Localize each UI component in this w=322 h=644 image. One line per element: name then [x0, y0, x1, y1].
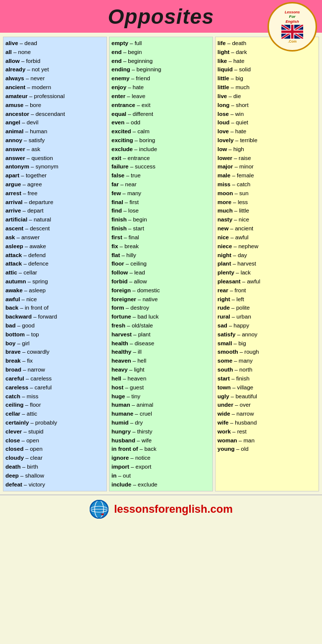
list-item: exciting – boring — [111, 136, 211, 145]
list-item: lose – win — [217, 110, 317, 119]
list-item: back – in front of — [5, 304, 105, 313]
list-item: more – less — [217, 198, 317, 207]
list-item: young – old — [217, 445, 317, 454]
list-item: host – guest — [111, 383, 211, 392]
list-item: few – many — [111, 189, 211, 198]
list-item: close – open — [5, 436, 105, 445]
list-item: catch – miss — [5, 392, 105, 401]
list-item: arrival – departure — [5, 198, 105, 207]
list-item: find – lose — [111, 207, 211, 215]
list-item: closed – open — [5, 445, 105, 454]
list-item: empty – full — [111, 39, 211, 48]
list-item: attic – cellar — [5, 268, 105, 277]
list-item: harvest – plant — [111, 330, 211, 339]
list-item: bottom – top — [5, 330, 105, 339]
list-item: ancestor – descendant — [5, 110, 105, 119]
content-area: alive – deadall – noneallow – forbidalre… — [0, 33, 322, 494]
list-item: like – hate — [217, 57, 317, 66]
list-item: little – much — [217, 83, 317, 92]
list-item: fix – break — [111, 242, 211, 251]
list-item: amateur – professional — [5, 92, 105, 101]
list-item: ask – answer — [5, 233, 105, 242]
list-item: antonym – synonym — [5, 162, 105, 171]
list-item: small – big — [217, 339, 317, 348]
list-item: satisfy – annoy — [217, 330, 317, 339]
list-item: awake – asleep — [5, 286, 105, 295]
list-item: human – animal — [111, 401, 211, 410]
list-item: equal – different — [111, 110, 211, 119]
list-item: bad – good — [5, 322, 105, 330]
list-item: ignore – notice — [111, 454, 211, 463]
list-item: foreigner – native — [111, 295, 211, 304]
list-item: forbid – allow — [111, 277, 211, 286]
list-item: amuse – bore — [5, 101, 105, 110]
list-item: clever – stupid — [5, 428, 105, 436]
list-item: arrive – depart — [5, 207, 105, 215]
column-1: alive – deadall – noneallow – forbidalre… — [3, 37, 107, 491]
list-item: ceiling – floor — [5, 401, 105, 410]
column-2: empty – fullend – beginend – beginningen… — [109, 37, 213, 491]
list-item: arrest – free — [5, 189, 105, 198]
logo: Lessons For English .Com — [268, 2, 317, 52]
list-item: brave – cowardly — [5, 348, 105, 357]
list-item: hell – heaven — [111, 375, 211, 383]
list-item: always – never — [5, 74, 105, 83]
list-item: import – export — [111, 463, 211, 472]
list-item: enjoy – hate — [111, 83, 211, 92]
list-item: failure – success — [111, 162, 211, 171]
list-item: floor – ceiling — [111, 260, 211, 268]
list-item: south – north — [217, 366, 317, 375]
list-item: start – finish — [217, 375, 317, 383]
list-item: rural – urban — [217, 313, 317, 322]
list-item: artificial – natural — [5, 215, 105, 224]
list-item: defeat – victory — [5, 481, 105, 489]
list-item: little – big — [217, 74, 317, 83]
list-item: attack – defence — [5, 260, 105, 268]
list-item: right – left — [217, 295, 317, 304]
list-item: first – final — [111, 233, 211, 242]
list-item: alive – dead — [5, 39, 105, 48]
list-item: far – near — [111, 180, 211, 189]
list-item: fortune – bad luck — [111, 313, 211, 322]
list-item: deep – shallow — [5, 472, 105, 481]
list-item: cloudy – clear — [5, 454, 105, 463]
list-item: low – high — [217, 145, 317, 154]
list-item: cellar – attic — [5, 410, 105, 419]
list-item: huge – tiny — [111, 392, 211, 401]
list-item: angel – devil — [5, 118, 105, 127]
column-3: life – deathlight – darklike – hateliqui… — [215, 37, 319, 491]
list-item: sad – happy — [217, 322, 317, 330]
list-item: wide – narrow — [217, 410, 317, 419]
list-item: heavy – light — [111, 366, 211, 375]
list-item: moon – sun — [217, 189, 317, 198]
list-item: final – first — [111, 198, 211, 207]
list-item: allow – forbid — [5, 57, 105, 66]
list-item: include – exclude — [111, 481, 211, 489]
list-item: nasty – nice — [217, 215, 317, 224]
list-item: enemy – friend — [111, 74, 211, 83]
list-item: in – out — [111, 472, 211, 481]
list-item: night – day — [217, 251, 317, 260]
list-item: wife – husband — [217, 419, 317, 428]
footer-text: lessonsforenglish.com — [114, 503, 233, 516]
list-item: enter – leave — [111, 92, 211, 101]
list-item: exit – entrance — [111, 154, 211, 163]
list-item: male – female — [217, 171, 317, 180]
list-item: long – short — [217, 101, 317, 110]
list-item: apart – together — [5, 171, 105, 180]
list-item: ugly – beautiful — [217, 392, 317, 401]
list-item: town – village — [217, 383, 317, 392]
list-item: follow – lead — [111, 268, 211, 277]
list-item: already – not yet — [5, 65, 105, 74]
list-item: loud – quiet — [217, 118, 317, 127]
list-item: careful – careless — [5, 375, 105, 383]
footer: lessonsforenglish.com — [0, 494, 322, 523]
list-item: some – many — [217, 357, 317, 366]
list-item: careless – careful — [5, 383, 105, 392]
list-item: finish – start — [111, 224, 211, 233]
header: Opposites Lessons For English .Com — [0, 0, 322, 33]
list-item: heaven – hell — [111, 357, 211, 366]
svg-rect-8 — [281, 30, 303, 33]
list-item: ending – beginning — [111, 65, 211, 74]
list-item: ascent – descent — [5, 224, 105, 233]
